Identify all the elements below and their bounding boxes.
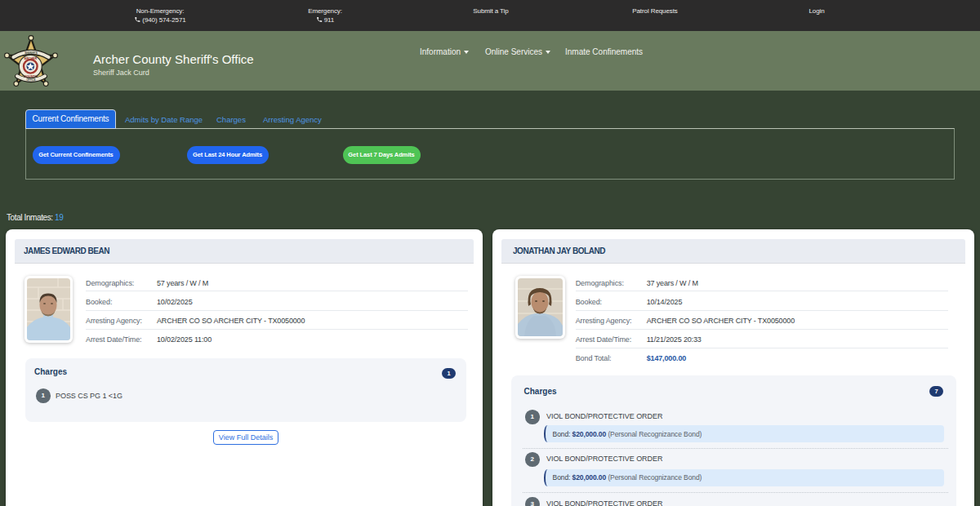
svg-text:COUNTY: COUNTY [24, 75, 38, 78]
svg-text:ARCHER: ARCHER [24, 57, 38, 60]
svg-text:OFFICE: OFFICE [27, 78, 36, 82]
svg-text:SHERIFF'S: SHERIFF'S [24, 51, 38, 55]
